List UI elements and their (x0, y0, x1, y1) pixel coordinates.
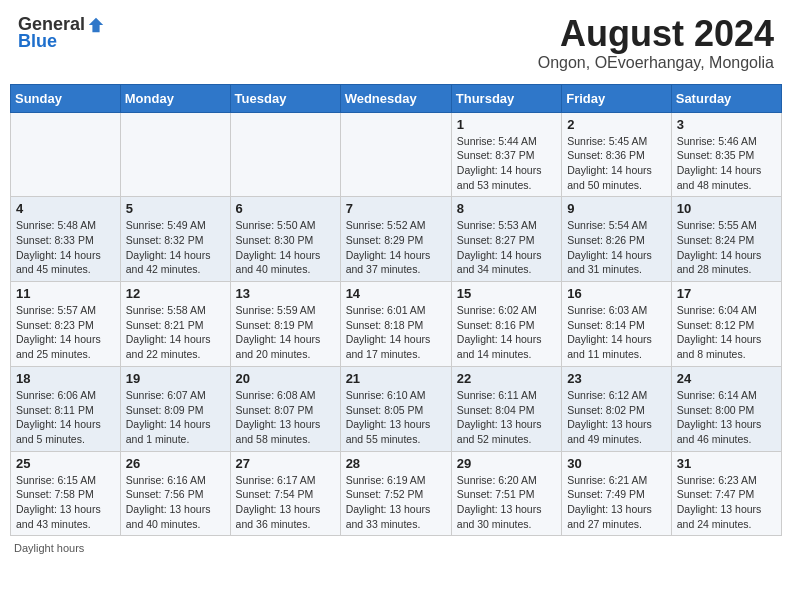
day-info: Sunrise: 6:04 AMSunset: 8:12 PMDaylight:… (677, 303, 776, 362)
calendar-cell (340, 112, 451, 197)
day-number: 22 (457, 371, 556, 386)
calendar-cell: 8Sunrise: 5:53 AMSunset: 8:27 PMDaylight… (451, 197, 561, 282)
day-number: 15 (457, 286, 556, 301)
day-number: 14 (346, 286, 446, 301)
day-number: 20 (236, 371, 335, 386)
calendar-cell: 1Sunrise: 5:44 AMSunset: 8:37 PMDaylight… (451, 112, 561, 197)
day-info: Sunrise: 5:53 AMSunset: 8:27 PMDaylight:… (457, 218, 556, 277)
calendar-cell: 15Sunrise: 6:02 AMSunset: 8:16 PMDayligh… (451, 282, 561, 367)
day-info: Sunrise: 6:10 AMSunset: 8:05 PMDaylight:… (346, 388, 446, 447)
calendar-cell (230, 112, 340, 197)
day-number: 30 (567, 456, 666, 471)
subtitle: Ongon, OEvoerhangay, Mongolia (538, 54, 774, 72)
day-number: 8 (457, 201, 556, 216)
calendar-cell: 26Sunrise: 6:16 AMSunset: 7:56 PMDayligh… (120, 451, 230, 536)
header: General Blue August 2024 Ongon, OEvoerha… (10, 10, 782, 76)
calendar-cell: 28Sunrise: 6:19 AMSunset: 7:52 PMDayligh… (340, 451, 451, 536)
day-number: 21 (346, 371, 446, 386)
day-number: 5 (126, 201, 225, 216)
day-info: Sunrise: 6:01 AMSunset: 8:18 PMDaylight:… (346, 303, 446, 362)
day-number: 24 (677, 371, 776, 386)
day-number: 7 (346, 201, 446, 216)
calendar-cell: 20Sunrise: 6:08 AMSunset: 8:07 PMDayligh… (230, 366, 340, 451)
day-info: Sunrise: 6:12 AMSunset: 8:02 PMDaylight:… (567, 388, 666, 447)
day-info: Sunrise: 6:07 AMSunset: 8:09 PMDaylight:… (126, 388, 225, 447)
day-number: 19 (126, 371, 225, 386)
calendar-header-saturday: Saturday (671, 84, 781, 112)
calendar-week-4: 18Sunrise: 6:06 AMSunset: 8:11 PMDayligh… (11, 366, 782, 451)
day-info: Sunrise: 5:48 AMSunset: 8:33 PMDaylight:… (16, 218, 115, 277)
calendar-cell: 17Sunrise: 6:04 AMSunset: 8:12 PMDayligh… (671, 282, 781, 367)
calendar-cell: 6Sunrise: 5:50 AMSunset: 8:30 PMDaylight… (230, 197, 340, 282)
day-info: Sunrise: 5:45 AMSunset: 8:36 PMDaylight:… (567, 134, 666, 193)
day-info: Sunrise: 6:20 AMSunset: 7:51 PMDaylight:… (457, 473, 556, 532)
calendar-header-wednesday: Wednesday (340, 84, 451, 112)
day-info: Sunrise: 6:21 AMSunset: 7:49 PMDaylight:… (567, 473, 666, 532)
calendar-cell: 22Sunrise: 6:11 AMSunset: 8:04 PMDayligh… (451, 366, 561, 451)
day-info: Sunrise: 6:15 AMSunset: 7:58 PMDaylight:… (16, 473, 115, 532)
day-info: Sunrise: 5:49 AMSunset: 8:32 PMDaylight:… (126, 218, 225, 277)
day-number: 25 (16, 456, 115, 471)
calendar-week-1: 1Sunrise: 5:44 AMSunset: 8:37 PMDaylight… (11, 112, 782, 197)
day-number: 17 (677, 286, 776, 301)
day-info: Sunrise: 6:23 AMSunset: 7:47 PMDaylight:… (677, 473, 776, 532)
day-info: Sunrise: 5:44 AMSunset: 8:37 PMDaylight:… (457, 134, 556, 193)
day-number: 27 (236, 456, 335, 471)
day-info: Sunrise: 6:14 AMSunset: 8:00 PMDaylight:… (677, 388, 776, 447)
calendar-cell: 7Sunrise: 5:52 AMSunset: 8:29 PMDaylight… (340, 197, 451, 282)
calendar-header-row: SundayMondayTuesdayWednesdayThursdayFrid… (11, 84, 782, 112)
day-number: 23 (567, 371, 666, 386)
calendar-cell: 18Sunrise: 6:06 AMSunset: 8:11 PMDayligh… (11, 366, 121, 451)
day-info: Sunrise: 6:17 AMSunset: 7:54 PMDaylight:… (236, 473, 335, 532)
calendar-cell: 5Sunrise: 5:49 AMSunset: 8:32 PMDaylight… (120, 197, 230, 282)
svg-marker-0 (89, 17, 103, 31)
calendar-cell: 19Sunrise: 6:07 AMSunset: 8:09 PMDayligh… (120, 366, 230, 451)
day-number: 9 (567, 201, 666, 216)
day-info: Sunrise: 5:57 AMSunset: 8:23 PMDaylight:… (16, 303, 115, 362)
day-info: Sunrise: 6:02 AMSunset: 8:16 PMDaylight:… (457, 303, 556, 362)
calendar-cell: 3Sunrise: 5:46 AMSunset: 8:35 PMDaylight… (671, 112, 781, 197)
calendar-table: SundayMondayTuesdayWednesdayThursdayFrid… (10, 84, 782, 537)
day-info: Sunrise: 6:03 AMSunset: 8:14 PMDaylight:… (567, 303, 666, 362)
logo-icon (87, 16, 105, 34)
calendar-week-5: 25Sunrise: 6:15 AMSunset: 7:58 PMDayligh… (11, 451, 782, 536)
day-number: 6 (236, 201, 335, 216)
calendar-header-monday: Monday (120, 84, 230, 112)
calendar-cell: 29Sunrise: 6:20 AMSunset: 7:51 PMDayligh… (451, 451, 561, 536)
day-number: 26 (126, 456, 225, 471)
calendar-cell: 21Sunrise: 6:10 AMSunset: 8:05 PMDayligh… (340, 366, 451, 451)
calendar-cell: 11Sunrise: 5:57 AMSunset: 8:23 PMDayligh… (11, 282, 121, 367)
calendar-cell: 24Sunrise: 6:14 AMSunset: 8:00 PMDayligh… (671, 366, 781, 451)
day-number: 4 (16, 201, 115, 216)
day-info: Sunrise: 5:59 AMSunset: 8:19 PMDaylight:… (236, 303, 335, 362)
calendar-header-thursday: Thursday (451, 84, 561, 112)
calendar-week-3: 11Sunrise: 5:57 AMSunset: 8:23 PMDayligh… (11, 282, 782, 367)
calendar-body: 1Sunrise: 5:44 AMSunset: 8:37 PMDaylight… (11, 112, 782, 536)
day-info: Sunrise: 5:52 AMSunset: 8:29 PMDaylight:… (346, 218, 446, 277)
calendar-cell: 16Sunrise: 6:03 AMSunset: 8:14 PMDayligh… (562, 282, 672, 367)
footer-note: Daylight hours (10, 542, 782, 554)
calendar-cell: 13Sunrise: 5:59 AMSunset: 8:19 PMDayligh… (230, 282, 340, 367)
calendar-cell: 14Sunrise: 6:01 AMSunset: 8:18 PMDayligh… (340, 282, 451, 367)
calendar-cell: 4Sunrise: 5:48 AMSunset: 8:33 PMDaylight… (11, 197, 121, 282)
calendar-cell: 31Sunrise: 6:23 AMSunset: 7:47 PMDayligh… (671, 451, 781, 536)
logo-blue-text: Blue (18, 31, 57, 52)
day-number: 29 (457, 456, 556, 471)
calendar-cell: 23Sunrise: 6:12 AMSunset: 8:02 PMDayligh… (562, 366, 672, 451)
day-number: 28 (346, 456, 446, 471)
calendar-header-sunday: Sunday (11, 84, 121, 112)
day-info: Sunrise: 6:11 AMSunset: 8:04 PMDaylight:… (457, 388, 556, 447)
day-info: Sunrise: 5:54 AMSunset: 8:26 PMDaylight:… (567, 218, 666, 277)
calendar-cell: 10Sunrise: 5:55 AMSunset: 8:24 PMDayligh… (671, 197, 781, 282)
calendar-header-friday: Friday (562, 84, 672, 112)
day-number: 10 (677, 201, 776, 216)
calendar-cell: 30Sunrise: 6:21 AMSunset: 7:49 PMDayligh… (562, 451, 672, 536)
day-info: Sunrise: 5:50 AMSunset: 8:30 PMDaylight:… (236, 218, 335, 277)
day-info: Sunrise: 6:19 AMSunset: 7:52 PMDaylight:… (346, 473, 446, 532)
calendar-cell: 9Sunrise: 5:54 AMSunset: 8:26 PMDaylight… (562, 197, 672, 282)
day-info: Sunrise: 6:08 AMSunset: 8:07 PMDaylight:… (236, 388, 335, 447)
day-info: Sunrise: 5:46 AMSunset: 8:35 PMDaylight:… (677, 134, 776, 193)
day-number: 13 (236, 286, 335, 301)
day-number: 12 (126, 286, 225, 301)
calendar-cell: 27Sunrise: 6:17 AMSunset: 7:54 PMDayligh… (230, 451, 340, 536)
